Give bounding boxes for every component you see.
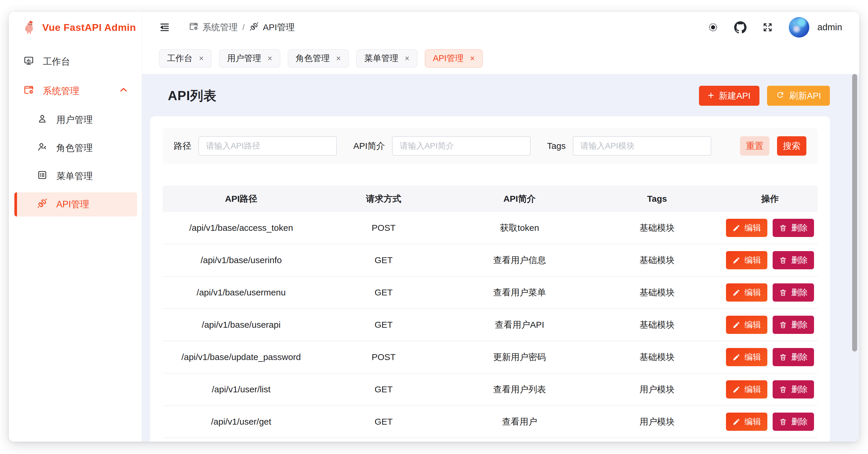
table-row: /api/v1/user/listGET查看用户列表用户模块编辑删除 [162, 373, 817, 406]
pencil-icon [733, 224, 740, 232]
tab-close-icon[interactable]: × [199, 54, 204, 63]
cell-actions: 编辑删除 [722, 283, 817, 302]
role-icon [37, 142, 48, 154]
tab-label: 角色管理 [296, 53, 330, 64]
sidebar-item-users[interactable]: 用户管理 [9, 106, 142, 134]
col-tags: Tags [592, 194, 722, 204]
vertical-scrollbar[interactable] [852, 74, 857, 351]
tab-workbench[interactable]: 工作台 × [159, 49, 212, 67]
tab-menus[interactable]: 菜单管理 × [356, 49, 417, 67]
refresh-api-button[interactable]: 刷新API [767, 86, 830, 106]
sidebar-item-label: 系统管理 [43, 85, 79, 97]
breadcrumb-api[interactable]: API管理 [249, 22, 294, 33]
cell-actions: 编辑删除 [722, 251, 817, 269]
cell-summary: 查看用户菜单 [447, 287, 592, 299]
sidebar-item-label: 角色管理 [56, 142, 93, 154]
app-logo: Vue FastAPI Admin [9, 12, 142, 43]
breadcrumb-separator: / [242, 23, 245, 32]
edit-row-button[interactable]: 编辑 [726, 348, 767, 366]
avatar[interactable] [789, 17, 809, 37]
row-action-label: 删除 [791, 384, 808, 395]
edit-row-button[interactable]: 编辑 [726, 251, 767, 269]
cell-path: /api/v1/user/get [162, 417, 320, 427]
trash-icon [779, 418, 787, 426]
delete-row-button[interactable]: 删除 [773, 251, 814, 269]
username[interactable]: admin [817, 22, 842, 33]
edit-row-button[interactable]: 编辑 [726, 413, 767, 431]
cell-method: POST [320, 223, 447, 233]
cell-summary: 查看用户信息 [447, 254, 592, 266]
filter-actions: 重置 搜索 [740, 136, 806, 155]
edit-row-button[interactable]: 编辑 [726, 316, 767, 334]
delete-row-button[interactable]: 删除 [773, 316, 814, 334]
cell-summary: 查看用户 [447, 416, 592, 428]
delete-row-button[interactable]: 删除 [773, 348, 814, 366]
pencil-icon [733, 289, 740, 296]
sidebar-item-roles[interactable]: 角色管理 [9, 134, 142, 162]
delete-row-button[interactable]: 删除 [773, 413, 814, 431]
create-api-label: 新建API [719, 90, 750, 102]
table-row: /api/v1/base/userinfoGET查看用户信息基础模块编辑删除 [162, 244, 817, 277]
tab-users[interactable]: 用户管理 × [219, 49, 280, 67]
filter-path-input[interactable] [198, 136, 337, 155]
table-row: /api/v1/base/usermenuGET查看用户菜单基础模块编辑删除 [162, 277, 817, 309]
collapse-sidebar-icon[interactable] [159, 22, 170, 33]
row-action-label: 删除 [791, 222, 808, 233]
system-settings-icon [24, 85, 34, 97]
tab-close-icon[interactable]: × [405, 54, 409, 63]
github-icon[interactable] [734, 21, 746, 33]
trash-icon [779, 289, 787, 296]
reset-button[interactable]: 重置 [740, 136, 769, 155]
cell-summary: 查看用户API [447, 319, 592, 331]
filter-bar: 路径 API简介 Tags 重置 搜索 [162, 128, 817, 164]
filter-tags: Tags [547, 136, 711, 155]
tabs-bar: 工作台 × 用户管理 × 角色管理 × 菜单管理 × API管理 × [142, 43, 859, 74]
fullscreen-icon[interactable] [762, 22, 773, 33]
sidebar-item-system[interactable]: 系统管理 [9, 76, 142, 106]
edit-row-button[interactable]: 编辑 [726, 219, 767, 237]
table-row: /api/v1/base/userapiGET查看用户API基础模块编辑删除 [162, 309, 817, 341]
filter-path: 路径 [174, 136, 337, 155]
sidebar-item-workbench[interactable]: 工作台 [9, 47, 142, 76]
filter-tags-input[interactable] [573, 136, 711, 155]
cell-summary: 更新用户密码 [447, 351, 592, 363]
system-settings-icon [189, 22, 198, 33]
row-action-label: 编辑 [744, 319, 761, 330]
tab-close-icon[interactable]: × [470, 54, 475, 63]
api-plug-icon [249, 22, 259, 33]
delete-row-button[interactable]: 删除 [773, 283, 814, 302]
main-area: 系统管理 / API管理 [142, 12, 859, 442]
sidebar-item-api[interactable]: API管理 [14, 192, 137, 217]
col-path: API路径 [162, 193, 320, 205]
table-header: API路径 请求方式 API简介 Tags 操作 [162, 186, 817, 212]
edit-row-button[interactable]: 编辑 [726, 380, 767, 398]
create-api-button[interactable]: + 新建API [699, 86, 759, 106]
tab-api[interactable]: API管理 × [425, 49, 483, 67]
sidebar-nav: 工作台 系统管理 [9, 43, 142, 219]
cell-summary: 获取token [447, 222, 592, 234]
api-card: 路径 API简介 Tags 重置 搜索 [150, 116, 830, 442]
sidebar-item-menus[interactable]: 菜单管理 [9, 162, 142, 190]
cell-method: GET [320, 287, 447, 297]
tab-close-icon[interactable]: × [268, 54, 272, 63]
cell-method: GET [320, 385, 447, 394]
breadcrumb-label: 系统管理 [203, 22, 238, 33]
pencil-icon [733, 418, 740, 426]
search-button[interactable]: 搜索 [777, 136, 806, 155]
pencil-icon [733, 321, 740, 329]
row-action-label: 删除 [791, 319, 808, 330]
col-actions: 操作 [722, 193, 817, 205]
table-row: /api/v1/base/update_passwordPOST更新用户密码基础… [162, 341, 817, 373]
row-action-label: 删除 [791, 287, 808, 298]
edit-row-button[interactable]: 编辑 [726, 283, 767, 302]
breadcrumb-system[interactable]: 系统管理 [189, 22, 238, 33]
delete-row-button[interactable]: 删除 [773, 380, 814, 398]
cell-method: GET [320, 417, 447, 427]
theme-sun-icon[interactable] [708, 22, 718, 33]
tab-close-icon[interactable]: × [336, 54, 341, 63]
cell-actions: 编辑删除 [722, 316, 817, 334]
tab-roles[interactable]: 角色管理 × [288, 49, 349, 67]
filter-summary-input[interactable] [392, 136, 531, 155]
delete-row-button[interactable]: 删除 [773, 219, 814, 237]
cell-summary: 查看用户列表 [447, 384, 592, 396]
